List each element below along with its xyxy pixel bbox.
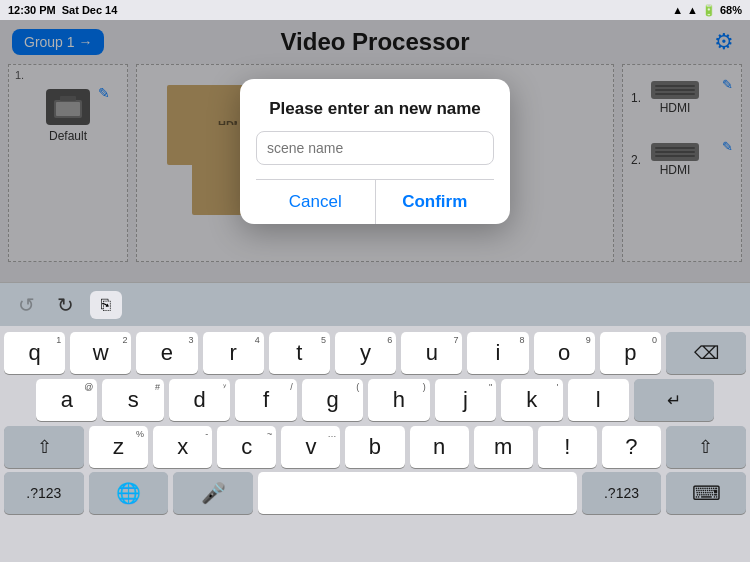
dialog-buttons: Cancel Confirm (256, 179, 494, 224)
key-i[interactable]: 8i (467, 332, 528, 374)
key-a[interactable]: @a (36, 379, 97, 421)
key-n[interactable]: n (410, 426, 469, 468)
confirm-button[interactable]: Confirm (376, 180, 495, 224)
key-l[interactable]: l (568, 379, 629, 421)
delete-key[interactable]: ⌫ (666, 332, 746, 374)
key-m[interactable]: m (474, 426, 533, 468)
key-g[interactable]: (g (302, 379, 363, 421)
key-p[interactable]: 0p (600, 332, 661, 374)
key-question[interactable]: ? (602, 426, 661, 468)
key-u[interactable]: 7u (401, 332, 462, 374)
battery-icon: 🔋 (702, 4, 716, 17)
wifi-icon: ▲ (672, 4, 683, 16)
key-o[interactable]: 9o (534, 332, 595, 374)
key-e[interactable]: 3e (136, 332, 197, 374)
shift-key[interactable]: ⇧ (4, 426, 84, 468)
key-k[interactable]: 'k (501, 379, 562, 421)
paste-button[interactable]: ⎘ (90, 291, 122, 319)
battery-level: 68% (720, 4, 742, 16)
shift-key-right[interactable]: ⇧ (666, 426, 746, 468)
numbers-key[interactable]: .?123 (4, 472, 84, 514)
key-y[interactable]: 6y (335, 332, 396, 374)
key-v[interactable]: …v (281, 426, 340, 468)
key-j[interactable]: "j (435, 379, 496, 421)
keyboard-row-3: ⇧ %z -x ~c …v b n m ! ? ⇧ (4, 426, 746, 468)
globe-key[interactable]: 🌐 (89, 472, 169, 514)
keyboard-area: ↺ ↻ ⎘ 1q 2w 3e 4r 5t 6y 7u 8i 9o 0p ⌫ @a… (0, 282, 750, 562)
signal-icon: ▲ (687, 4, 698, 16)
key-t[interactable]: 5t (269, 332, 330, 374)
key-q[interactable]: 1q (4, 332, 65, 374)
key-d[interactable]: ʸd (169, 379, 230, 421)
key-w[interactable]: 2w (70, 332, 131, 374)
key-r[interactable]: 4r (203, 332, 264, 374)
app-area: Group 1 → Video Processor ⚙ 1. ✎ Default (0, 20, 750, 282)
status-bar: 12:30 PM Sat Dec 14 ▲ ▲ 🔋 68% (0, 0, 750, 20)
status-date: Sat Dec 14 (62, 4, 118, 16)
status-time: 12:30 PM (8, 4, 56, 16)
keyboard-row-1: 1q 2w 3e 4r 5t 6y 7u 8i 9o 0p ⌫ (4, 332, 746, 374)
key-exclaim[interactable]: ! (538, 426, 597, 468)
key-x[interactable]: -x (153, 426, 212, 468)
keyboard-row-2: @a #s ʸd /f (g )h "j 'k l ↵ (4, 379, 746, 421)
key-s[interactable]: #s (102, 379, 163, 421)
space-key[interactable] (258, 472, 577, 514)
key-c[interactable]: ~c (217, 426, 276, 468)
dialog-title: Please enter an new name (256, 99, 494, 119)
key-h[interactable]: )h (368, 379, 429, 421)
dialog-overlay: Please enter an new name Cancel Confirm (0, 20, 750, 282)
keyboard-rows: 1q 2w 3e 4r 5t 6y 7u 8i 9o 0p ⌫ @a #s ʸd… (0, 326, 750, 472)
mic-key[interactable]: 🎤 (173, 472, 253, 514)
keyboard-dismiss-key[interactable]: ⌨ (666, 472, 746, 514)
redo-button[interactable]: ↻ (51, 289, 80, 321)
rename-dialog: Please enter an new name Cancel Confirm (240, 79, 510, 224)
keyboard-toolbar: ↺ ↻ ⎘ (0, 282, 750, 326)
paste-icon: ⎘ (101, 296, 111, 314)
key-f[interactable]: /f (235, 379, 296, 421)
key-z[interactable]: %z (89, 426, 148, 468)
keyboard-bottom-row: .?123 🌐 🎤 .?123 ⌨ (0, 472, 750, 520)
scene-name-input[interactable] (256, 131, 494, 165)
key-b[interactable]: b (345, 426, 404, 468)
return-key[interactable]: ↵ (634, 379, 714, 421)
undo-button[interactable]: ↺ (12, 289, 41, 321)
cancel-button[interactable]: Cancel (256, 180, 376, 224)
decimal-key[interactable]: .?123 (582, 472, 662, 514)
